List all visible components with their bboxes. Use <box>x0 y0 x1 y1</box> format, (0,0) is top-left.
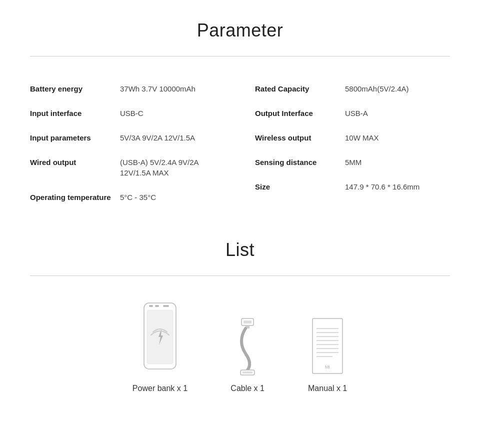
param-label-wired-output: Wired output <box>30 157 120 168</box>
param-row-input-params: Input parameters 5V/3A 9V/2A 12V/1.5A <box>30 126 225 150</box>
parameter-title: Parameter <box>30 20 450 41</box>
svg-rect-7 <box>244 320 252 324</box>
cable-icon <box>228 316 268 376</box>
param-label-rated-capacity: Rated Capacity <box>255 84 345 94</box>
list-items: Power bank x 1 Cable x 1 <box>30 296 450 393</box>
params-grid: Battery energy 37Wh 3.7V 10000mAh Input … <box>30 76 450 210</box>
param-row-battery: Battery energy 37Wh 3.7V 10000mAh <box>30 76 225 101</box>
param-value-rated-capacity: 5800mAh(5V/2.4A) <box>345 84 409 94</box>
param-value-input-interface: USB-C <box>120 108 144 118</box>
param-value-output-interface: USB-A <box>345 108 368 118</box>
param-label-wireless-output: Wireless output <box>255 132 345 143</box>
param-label-size: Size <box>255 182 345 192</box>
param-label-sensing-distance: Sensing distance <box>255 157 345 168</box>
param-value-sensing-distance: 5MM <box>345 157 362 168</box>
param-row-wireless-output: Wireless output 10W MAX <box>255 126 450 150</box>
svg-rect-3 <box>163 305 169 307</box>
param-row-input-interface: Input interface USB-C <box>30 101 225 126</box>
list-item-cable: Cable x 1 <box>228 316 268 393</box>
cable-label: Cable x 1 <box>230 384 264 393</box>
list-section: List <box>30 240 450 393</box>
svg-rect-2 <box>155 305 159 307</box>
param-row-rated-capacity: Rated Capacity 5800mAh(5V/2.4A) <box>255 76 450 101</box>
list-item-powerbank: Power bank x 1 <box>132 296 188 393</box>
parameter-section: Parameter Battery energy 37Wh 3.7V 10000… <box>30 20 450 210</box>
param-row-sensing-distance: Sensing distance 5MM <box>255 150 450 174</box>
param-label-input-params: Input parameters <box>30 132 120 143</box>
parameter-divider <box>30 56 450 56</box>
param-value-wireless-output: 10W MAX <box>345 132 379 143</box>
manual-icon: MI <box>308 316 348 376</box>
svg-rect-10 <box>242 372 252 374</box>
param-label-battery: Battery energy <box>30 84 120 94</box>
powerbank-icon <box>140 296 180 376</box>
params-right: Rated Capacity 5800mAh(5V/2.4A) Output I… <box>255 76 450 210</box>
svg-text:MI: MI <box>325 364 330 370</box>
param-value-battery: 37Wh 3.7V 10000mAh <box>120 84 196 94</box>
param-label-input-interface: Input interface <box>30 108 120 118</box>
param-value-operating-temp: 5°C - 35°C <box>120 192 156 202</box>
params-left: Battery energy 37Wh 3.7V 10000mAh Input … <box>30 76 225 210</box>
param-row-output-interface: Output Interface USB-A <box>255 101 450 126</box>
param-value-wired-output: (USB-A) 5V/2.4A 9V/2A 12V/1.5A MAX <box>120 157 225 178</box>
svg-rect-1 <box>149 305 153 307</box>
param-value-input-params: 5V/3A 9V/2A 12V/1.5A <box>120 132 195 143</box>
list-divider <box>30 276 450 276</box>
param-row-size: Size 147.9 * 70.6 * 16.6mm <box>255 174 450 199</box>
powerbank-label: Power bank x 1 <box>132 384 188 393</box>
list-item-manual: MI Manual x 1 <box>308 316 348 393</box>
param-label-output-interface: Output Interface <box>255 108 345 118</box>
param-label-operating-temp: Operating temperature <box>30 192 120 202</box>
list-title: List <box>30 240 450 260</box>
param-row-operating-temp: Operating temperature 5°C - 35°C <box>30 185 225 210</box>
page: Parameter Battery energy 37Wh 3.7V 10000… <box>0 0 480 413</box>
manual-label: Manual x 1 <box>308 384 347 393</box>
param-value-size: 147.9 * 70.6 * 16.6mm <box>345 182 420 192</box>
param-row-wired-output: Wired output (USB-A) 5V/2.4A 9V/2A 12V/1… <box>30 150 225 185</box>
